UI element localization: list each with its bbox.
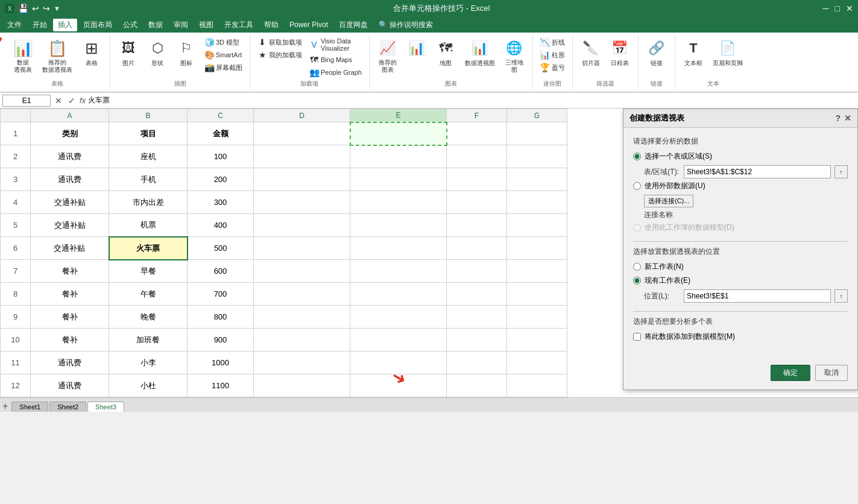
cell-c2[interactable]: 100 — [188, 145, 254, 168]
cell-a6[interactable]: 交通补贴 — [31, 237, 109, 260]
my-addins-btn[interactable]: ★ 我的加载项 — [255, 49, 304, 61]
quick-undo[interactable]: ↩ — [32, 4, 39, 13]
position-input[interactable] — [684, 289, 831, 303]
col-header-b[interactable]: B — [109, 109, 188, 122]
menu-file[interactable]: 文件 — [2, 19, 27, 31]
cell-c12[interactable]: 1100 — [188, 374, 254, 397]
radio-external-data[interactable] — [633, 182, 641, 190]
dialog-close-btn[interactable]: ✕ — [844, 113, 851, 123]
cell-a12[interactable]: 通讯费 — [31, 374, 109, 397]
close-btn[interactable]: ✕ — [846, 4, 853, 13]
cell-b4[interactable]: 市内出差 — [109, 191, 188, 214]
name-box[interactable] — [2, 95, 51, 107]
pivot-table-btn[interactable]: 📊 数据透视表 — [10, 36, 36, 76]
people-graph-btn[interactable]: 👥 People Graph — [307, 66, 364, 78]
cell-d4[interactable] — [254, 191, 350, 214]
3d-map-btn[interactable]: 🌐 三维地图 — [501, 36, 528, 76]
cell-f9[interactable] — [447, 306, 507, 329]
cell-g10[interactable] — [507, 329, 567, 351]
recommended-charts-btn[interactable]: 📈 推荐的图表 — [374, 36, 401, 76]
cell-d6[interactable] — [254, 237, 350, 260]
col-header-f[interactable]: F — [447, 109, 507, 122]
cell-g8[interactable] — [507, 283, 567, 306]
cell-d3[interactable] — [254, 168, 350, 191]
radio-new-sheet[interactable] — [633, 263, 641, 271]
maximize-btn[interactable]: □ — [835, 4, 840, 13]
new-sheet-btn[interactable]: + — [2, 401, 8, 412]
cell-a5[interactable]: 交通补贴 — [31, 214, 109, 237]
cell-g5[interactable] — [507, 214, 567, 237]
cell-c1[interactable]: 金额 — [188, 122, 254, 145]
table-range-input[interactable] — [684, 165, 831, 178]
cell-d2[interactable] — [254, 145, 350, 168]
cell-e10[interactable] — [350, 329, 447, 351]
link-btn[interactable]: 🔗 链接 — [643, 36, 670, 70]
cell-d1[interactable] — [254, 122, 350, 145]
radio-table-range[interactable] — [633, 153, 641, 160]
map-btn[interactable]: 🗺 地图 — [432, 36, 459, 70]
cell-f5[interactable] — [447, 214, 507, 237]
cell-a10[interactable]: 餐补 — [31, 329, 109, 351]
menu-data[interactable]: 数据 — [144, 19, 168, 31]
quick-customize[interactable]: ▼ — [54, 5, 60, 12]
cell-a8[interactable]: 餐补 — [31, 283, 109, 306]
menu-power-pivot[interactable]: Power Pivot — [285, 19, 333, 30]
smartart-btn[interactable]: 🎨 SmartArt — [202, 49, 245, 61]
sheet-tab-1[interactable]: Sheet1 — [11, 402, 48, 412]
cell-f1[interactable] — [447, 122, 507, 145]
cell-d10[interactable] — [254, 329, 350, 351]
cancel-button[interactable]: 取消 — [815, 365, 848, 381]
cell-f10[interactable] — [447, 329, 507, 351]
cell-b1[interactable]: 项目 — [109, 122, 188, 145]
cell-d7[interactable] — [254, 260, 350, 283]
col-header-g[interactable]: G — [507, 109, 567, 122]
cell-e11[interactable] — [350, 351, 447, 374]
bing-maps-btn[interactable]: 🗺 Bing Maps — [307, 54, 364, 66]
cell-f7[interactable] — [447, 260, 507, 283]
table-range-expand-btn[interactable]: ↑ — [834, 165, 848, 178]
cell-e2[interactable] — [350, 145, 447, 168]
cell-f4[interactable] — [447, 191, 507, 214]
cell-g9[interactable] — [507, 306, 567, 329]
cell-g4[interactable] — [507, 191, 567, 214]
screenshot-btn[interactable]: 📸 屏幕截图 — [202, 61, 245, 74]
dialog-help-btn[interactable]: ? — [835, 113, 841, 123]
col-header-c[interactable]: C — [188, 109, 254, 122]
timeline-btn[interactable]: 📅 日程表 — [607, 36, 633, 70]
get-addins-btn[interactable]: ⬇ 获取加载项 — [255, 36, 304, 48]
cell-e5[interactable] — [350, 214, 447, 237]
textbox-btn[interactable]: T 文本框 — [680, 36, 707, 70]
cell-c6[interactable]: 500 — [188, 237, 254, 260]
cell-f6[interactable] — [447, 237, 507, 260]
cell-c8[interactable]: 700 — [188, 283, 254, 306]
cell-b6[interactable]: 火车票 — [109, 237, 188, 260]
cell-c4[interactable]: 300 — [188, 191, 254, 214]
pivot-chart-btn[interactable]: 📊 数据透视图 — [461, 36, 499, 70]
visio-btn[interactable]: V Visio DataVisualizer — [307, 36, 364, 53]
formula-input[interactable] — [88, 96, 856, 105]
cell-b11[interactable]: 小李 — [109, 351, 188, 374]
cell-e3[interactable] — [350, 168, 447, 191]
slicer-btn[interactable]: 🔪 切片器 — [578, 36, 604, 70]
chart-types-btn[interactable]: 📊 — [403, 36, 430, 61]
menu-help[interactable]: 帮助 — [259, 19, 283, 31]
cell-g11[interactable] — [507, 351, 567, 374]
add-to-model-checkbox[interactable] — [633, 333, 641, 341]
cell-c3[interactable]: 200 — [188, 168, 254, 191]
column-sparkline-btn[interactable]: 📊 柱形 — [538, 49, 567, 61]
cell-c5[interactable]: 400 — [188, 214, 254, 237]
cell-d12[interactable] — [254, 374, 350, 397]
cancel-formula-icon[interactable]: ✕ — [53, 95, 64, 106]
col-header-e[interactable]: E — [350, 109, 447, 122]
cell-d9[interactable] — [254, 306, 350, 329]
menu-developer[interactable]: 开发工具 — [219, 19, 258, 31]
recommended-pivot-btn[interactable]: 📋 推荐的数据透视表 — [39, 36, 76, 76]
col-header-d[interactable]: D — [254, 109, 350, 122]
cell-f8[interactable] — [447, 283, 507, 306]
cell-f12[interactable] — [447, 374, 507, 397]
menu-view[interactable]: 视图 — [194, 19, 218, 31]
cell-c10[interactable]: 900 — [188, 329, 254, 351]
menu-baidu[interactable]: 百度网盘 — [334, 19, 373, 31]
radio-existing-sheet[interactable] — [633, 277, 641, 285]
picture-btn[interactable]: 🖼 图片 — [115, 36, 142, 70]
